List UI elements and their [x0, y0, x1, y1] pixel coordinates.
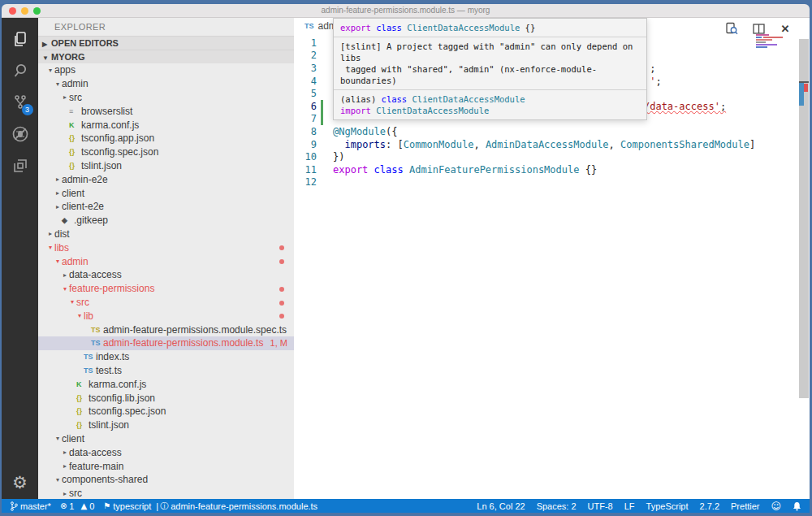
karma-file-icon: K — [69, 121, 81, 129]
tree-item-admin[interactable]: ▾admin — [38, 77, 294, 91]
minimap-line — [756, 39, 790, 41]
tree-item-components-shared[interactable]: ▾components-shared — [38, 473, 294, 487]
tree-item-admin-e2e[interactable]: ▸admin-e2e — [38, 172, 294, 186]
code-line-10[interactable]: 10}) — [294, 150, 810, 163]
source-control-icon[interactable]: 3 — [9, 91, 32, 114]
indentation-item[interactable]: Spaces: 2 — [537, 501, 577, 511]
notifications-bell-icon[interactable] — [793, 501, 801, 511]
editor-pane[interactable]: TS admin-feature-permissions.module.ts 1… — [294, 18, 810, 499]
gear-icon[interactable]: ⚙ — [2, 473, 38, 492]
gutter — [317, 37, 333, 50]
tree-item-tsconfig.app.json[interactable]: {}tsconfig.app.json — [38, 132, 294, 145]
tree-item-label: tsconfig.spec.json — [81, 146, 158, 158]
code-line-8[interactable]: 8@NgModule({ — [294, 125, 810, 138]
minimap[interactable] — [756, 34, 790, 49]
scrollbar[interactable] — [799, 39, 809, 398]
open-editors-header[interactable]: ▶OPEN EDITORS — [38, 36, 294, 50]
chevron-down-icon: ▾ — [46, 67, 54, 74]
tree-item-client-e2e[interactable]: ▸client-e2e — [38, 200, 294, 214]
gutter — [317, 150, 333, 163]
explorer-icon[interactable] — [9, 28, 32, 50]
tree-item-index.ts[interactable]: TSindex.ts — [38, 350, 294, 364]
tree-item-libs[interactable]: ▾libs — [38, 241, 294, 254]
karma-file-icon: K — [76, 380, 89, 388]
tree-item-admin-feature-permissions.module.ts[interactable]: TSadmin-feature-permissions.module.ts1, … — [38, 336, 294, 350]
tree-item-src[interactable]: ▾src — [38, 296, 294, 310]
open-changes-icon[interactable] — [725, 22, 738, 35]
zoom-window-button[interactable] — [33, 7, 41, 15]
modified-dot-badge — [279, 301, 284, 306]
ruler-error-marker — [804, 84, 808, 92]
file-status-item[interactable]: ⓘ admin-feature-permissions.module.ts — [160, 501, 317, 512]
tree-item-browserslist[interactable]: ≡browserslist — [38, 104, 294, 118]
extensions-icon[interactable] — [9, 154, 32, 177]
tree-item-label: admin-feature-permissions.module.ts — [103, 337, 263, 349]
json-file-icon: {} — [69, 148, 81, 156]
tree-item-tslint.json[interactable]: {}tslint.json — [38, 418, 294, 432]
tree-item-dist[interactable]: ▸dist — [38, 228, 294, 241]
tree-item-lib[interactable]: ▾lib — [38, 309, 294, 323]
tree-item-tslint.json[interactable]: {}tslint.json — [38, 159, 294, 173]
tree-item-karma.conf.js[interactable]: Kkarma.conf.js — [38, 118, 294, 132]
modified-dot-badge — [279, 314, 284, 319]
tree-item-karma.conf.js[interactable]: Kkarma.conf.js — [38, 377, 294, 391]
close-window-button[interactable] — [9, 7, 16, 15]
linter-item[interactable]: ⚑ typescript — [103, 501, 151, 511]
tree-item-label: src — [69, 488, 82, 499]
debug-icon[interactable] — [9, 123, 32, 145]
tree-item-feature-main[interactable]: ▸feature-main — [38, 459, 294, 473]
source-control-badge: 3 — [22, 104, 33, 115]
problems-item[interactable]: ⊗ 1 ▲ 0 — [60, 501, 94, 511]
minimap-line — [756, 41, 790, 43]
tree-item-label: lib — [84, 310, 93, 322]
tree-item-tsconfig.lib.json[interactable]: {}tsconfig.lib.json — [38, 391, 294, 405]
minimap-line — [756, 46, 790, 48]
tree-item-src[interactable]: ▸src — [38, 91, 294, 105]
tree-item-.gitkeep[interactable]: ◈.gitkeep — [38, 214, 294, 228]
ts-version-item[interactable]: 2.7.2 — [700, 501, 719, 511]
tree-item-apps[interactable]: ▾apps — [38, 63, 294, 77]
gutter-modified-indicator — [317, 100, 333, 113]
tree-item-data-access[interactable]: ▸data-access — [38, 268, 294, 282]
tree-item-test.ts[interactable]: TStest.ts — [38, 364, 294, 378]
eol-item[interactable]: LF — [624, 501, 635, 511]
git-branch-item[interactable]: master* — [10, 501, 51, 511]
tree-item-admin[interactable]: ▾admin — [38, 254, 294, 268]
line-number: 10 — [294, 151, 317, 163]
line-number: 9 — [294, 139, 317, 150]
search-icon[interactable] — [9, 59, 32, 82]
minimize-window-button[interactable] — [21, 7, 28, 15]
gitkeep-file-icon: ◈ — [62, 216, 74, 224]
title-bar[interactable]: admin-feature-permissions.module.ts — my… — [2, 4, 810, 18]
chevron-down-icon: ▾ — [54, 258, 62, 265]
tree-item-client[interactable]: ▸client — [38, 186, 294, 200]
tree-item-admin-feature-permissions.module.spec.ts[interactable]: TSadmin-feature-permissions.module.spec.… — [38, 323, 294, 336]
gutter — [317, 62, 333, 75]
code-line-9[interactable]: 9 imports: [CommonModule, AdminDataAcces… — [294, 138, 810, 151]
cursor-position-item[interactable]: Ln 6, Col 22 — [477, 501, 525, 511]
tree-item-label: test.ts — [96, 365, 122, 376]
tree-item-src[interactable]: ▸src — [38, 487, 294, 499]
code-line-11[interactable]: 11export class AdminFeaturePermissionsMo… — [294, 163, 810, 176]
tree-item-label: browserslist — [81, 106, 132, 117]
tree-item-tsconfig.spec.json[interactable]: {}tsconfig.spec.json — [38, 405, 294, 418]
close-icon[interactable]: ✕ — [779, 22, 792, 35]
language-item[interactable]: TypeScript — [646, 501, 689, 511]
split-editor-icon[interactable] — [752, 22, 765, 35]
git-status-badge: 1, M — [270, 338, 287, 348]
feedback-smiley-icon[interactable]: ☺ — [771, 501, 781, 512]
tree-item-data-access[interactable]: ▸data-access — [38, 445, 294, 459]
encoding-item[interactable]: UTF-8 — [588, 501, 613, 511]
code-line-12[interactable]: 12 — [294, 176, 810, 189]
tree-item-tsconfig.spec.json[interactable]: {}tsconfig.spec.json — [38, 145, 294, 159]
gutter-modified-indicator — [317, 113, 333, 126]
workspace-header[interactable]: ▼MYORG — [38, 50, 294, 63]
tree-item-client[interactable]: ▾client — [38, 432, 294, 446]
tree-item-label: client — [62, 433, 84, 444]
tree-item-feature-permissions[interactable]: ▾feature-permissions — [38, 282, 294, 296]
chevron-down-icon: ▾ — [54, 80, 62, 88]
line-number: 8 — [294, 126, 317, 137]
minimap-line — [756, 37, 790, 38]
formatter-item[interactable]: Prettier — [731, 501, 759, 511]
json-file-icon: {} — [76, 407, 89, 415]
